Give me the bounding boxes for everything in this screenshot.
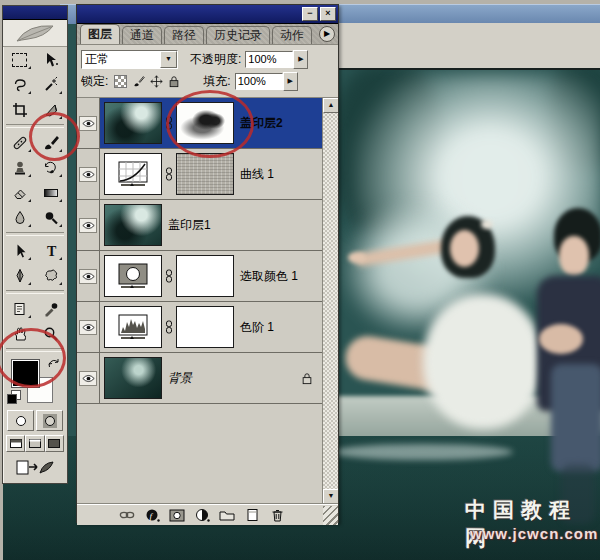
lock-position-icon[interactable] — [149, 74, 163, 88]
fill-field[interactable]: 100% — [235, 73, 283, 90]
visibility-cell[interactable] — [77, 353, 100, 403]
layer-thumbnail[interactable] — [104, 204, 162, 246]
layer-thumbnail[interactable] — [104, 102, 162, 144]
scroll-down-button[interactable]: ▼ — [323, 489, 338, 504]
rectangular-marquee-tool[interactable] — [6, 48, 33, 71]
scroll-up-button[interactable]: ▲ — [323, 98, 338, 113]
layer-name: 盖印层1 — [168, 217, 211, 234]
layer-row-levels1[interactable]: 色阶 1 — [77, 302, 323, 353]
opacity-spinner-icon[interactable]: ▶ — [293, 50, 308, 69]
add-layer-mask-icon[interactable] — [169, 508, 185, 523]
layer-row-stamp1[interactable]: 盖印层1 — [77, 200, 323, 251]
photo-woman-face — [450, 230, 479, 267]
layer-mask-thumbnail[interactable] — [176, 255, 234, 297]
mask-link-icon[interactable] — [164, 269, 174, 283]
layer-name: 选取颜色 1 — [240, 268, 298, 285]
standard-screen-icon — [10, 439, 22, 448]
toolbox-titlebar[interactable] — [3, 6, 67, 20]
toolbox-separator — [6, 232, 64, 236]
imageready-icon — [15, 457, 55, 477]
fullscreen-mode-button[interactable] — [45, 435, 64, 452]
blend-mode-select[interactable]: 正常▼ — [81, 50, 178, 69]
link-layers-icon[interactable] — [119, 508, 135, 523]
magic-wand-tool[interactable] — [37, 73, 64, 96]
tab-channels[interactable]: 通道 — [122, 26, 162, 44]
photo-man-face — [559, 236, 589, 276]
notes-tool[interactable] — [6, 297, 33, 320]
lasso-tool[interactable] — [6, 73, 33, 96]
levels-adjustment-thumbnail[interactable] — [104, 306, 162, 348]
fill-label: 填充: — [203, 73, 230, 90]
visibility-cell[interactable] — [77, 98, 100, 148]
dropdown-arrow-icon[interactable]: ▼ — [160, 51, 177, 68]
pen-tool[interactable] — [6, 264, 33, 287]
panel-menu-button[interactable]: ▶ — [319, 26, 335, 42]
curves-adjustment-thumbnail[interactable] — [104, 153, 162, 195]
selective-color-thumbnail[interactable] — [104, 255, 162, 297]
move-tool[interactable] — [37, 48, 64, 71]
fullscreen-menubar-icon — [29, 439, 41, 448]
fullscreen-menubar-mode-button[interactable] — [25, 435, 44, 452]
jump-to-imageready-button[interactable] — [3, 454, 67, 477]
fill-spinner-icon[interactable]: ▶ — [283, 72, 298, 91]
standard-mode-button[interactable] — [7, 410, 34, 431]
eye-icon — [82, 374, 95, 383]
layer-row-selective-color1[interactable]: 选取颜色 1 — [77, 251, 323, 302]
new-group-icon[interactable] — [219, 508, 235, 523]
layers-panel-bottom-bar: f — [77, 504, 338, 525]
visibility-cell[interactable] — [77, 302, 100, 352]
path-selection-tool[interactable] — [6, 239, 33, 262]
layer-style-icon[interactable]: f — [144, 508, 160, 523]
notes-icon — [12, 301, 28, 317]
eye-icon — [82, 170, 95, 179]
visibility-cell[interactable] — [77, 251, 100, 301]
dodge-tool[interactable] — [37, 206, 64, 229]
quick-mask-mode-button[interactable] — [36, 410, 63, 431]
delete-layer-icon[interactable] — [269, 508, 285, 523]
lasso-icon — [12, 77, 28, 93]
new-adjustment-layer-icon[interactable] — [194, 508, 210, 523]
new-layer-icon[interactable] — [244, 508, 260, 523]
eye-icon — [82, 119, 95, 128]
resize-grip[interactable] — [323, 506, 338, 525]
crop-tool[interactable] — [6, 98, 33, 121]
lock-paint-icon[interactable] — [131, 74, 145, 88]
eraser-tool[interactable] — [6, 181, 33, 204]
mask-link-icon[interactable] — [164, 320, 174, 334]
layer-mask-thumbnail[interactable] — [176, 153, 234, 195]
type-tool[interactable]: T — [37, 239, 64, 262]
tab-actions[interactable]: 动作 — [272, 26, 312, 44]
annotation-circle-brush-tool — [29, 112, 80, 161]
visibility-cell[interactable] — [77, 200, 100, 250]
visibility-cell[interactable] — [77, 149, 100, 199]
default-black — [7, 394, 17, 404]
eyedropper-tool[interactable] — [37, 297, 64, 320]
tab-layers[interactable]: 图层 — [80, 24, 120, 44]
default-colors-icon[interactable] — [7, 390, 21, 404]
eye-icon — [82, 323, 95, 332]
lock-all-icon[interactable] — [167, 74, 181, 88]
custom-shape-tool[interactable] — [37, 264, 64, 287]
tab-paths[interactable]: 路径 — [164, 26, 204, 44]
gradient-tool[interactable] — [37, 181, 64, 204]
annotation-circle-layer-mask — [166, 90, 254, 158]
minimize-button[interactable]: − — [302, 7, 318, 21]
lock-transparency-icon[interactable] — [113, 74, 127, 88]
layers-panel-titlebar[interactable]: − × — [77, 5, 338, 24]
tab-history[interactable]: 历史记录 — [206, 26, 270, 44]
layer-name: 曲线 1 — [240, 166, 274, 183]
close-button[interactable]: × — [320, 7, 336, 21]
blur-tool[interactable] — [6, 206, 33, 229]
layer-thumbnail[interactable] — [104, 357, 162, 399]
eye-icon — [82, 272, 95, 281]
mask-link-icon[interactable] — [164, 167, 174, 181]
lock-options — [113, 74, 181, 88]
layer-mask-thumbnail[interactable] — [176, 306, 234, 348]
clone-stamp-tool[interactable] — [6, 156, 33, 179]
standard-screen-mode-button[interactable] — [6, 435, 25, 452]
document-chrome-strip — [333, 23, 600, 70]
layers-panel: − × 图层 通道 路径 历史记录 动作 ▶ 正常▼ 不透明度: 100% ▶ … — [76, 4, 339, 523]
opacity-field[interactable]: 100% — [245, 51, 293, 68]
layers-scrollbar[interactable]: ▲ ▼ — [322, 98, 338, 504]
layer-row-background[interactable]: 背景 — [77, 353, 323, 404]
